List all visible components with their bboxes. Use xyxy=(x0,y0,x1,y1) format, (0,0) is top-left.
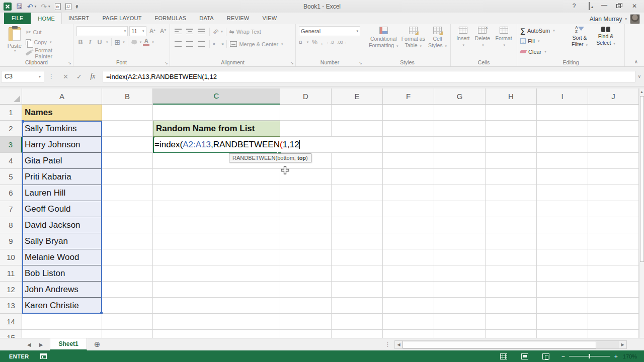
restore-button[interactable] xyxy=(613,2,626,11)
shrink-font-button[interactable]: A▾ xyxy=(158,28,168,35)
clipboard-dialog-launcher-icon[interactable]: ↘ xyxy=(67,60,71,65)
format-painter-button[interactable]: Format Painter xyxy=(26,48,71,58)
row-header-12[interactable]: 12 xyxy=(0,282,22,298)
row-header-7[interactable]: 7 xyxy=(0,201,22,217)
cell-a5[interactable]: Priti Kabaria xyxy=(22,169,102,185)
scroll-right-icon[interactable]: ▶ xyxy=(619,341,626,348)
cancel-formula-button[interactable]: ✕ xyxy=(59,73,72,80)
bold-button[interactable]: B xyxy=(76,39,85,46)
increase-decimal-icon[interactable]: ←.0 xyxy=(326,40,334,45)
row-header-4[interactable]: 4 xyxy=(0,153,22,169)
zoom-percentage[interactable]: 170% xyxy=(623,353,637,359)
grow-font-button[interactable]: A▴ xyxy=(148,28,157,35)
horizontal-scroll-thumb[interactable] xyxy=(403,341,596,348)
avatar[interactable] xyxy=(630,14,640,24)
sheet-tab-sheet1[interactable]: Sheet1 xyxy=(50,338,87,350)
delete-cells-button[interactable]: Delete▾ xyxy=(475,27,490,58)
next-sheet-icon[interactable]: ▶ xyxy=(35,342,47,347)
font-size-combo[interactable]: 11▾ xyxy=(129,26,146,36)
zoom-in-icon[interactable]: + xyxy=(614,353,618,360)
vertical-scrollbar[interactable]: ▲ xyxy=(639,88,644,338)
row-header-3[interactable]: 3 xyxy=(0,137,22,153)
orientation-icon[interactable]: ab xyxy=(212,28,220,36)
align-center-icon[interactable] xyxy=(186,41,193,47)
tab-home[interactable]: HOME xyxy=(31,13,62,24)
font-name-dropdown-icon[interactable]: ▾ xyxy=(124,29,126,33)
page-layout-view-icon[interactable] xyxy=(521,353,528,359)
fill-button[interactable]: ↓Fill▾ xyxy=(520,36,567,46)
conditional-formatting-button[interactable]: ConditionalFormatting ▾ xyxy=(369,27,398,58)
close-button[interactable]: ✕ xyxy=(628,2,641,11)
cell-c3-formula-edit[interactable]: =index(A2:A13,RANDBETWEEN(1,12 xyxy=(154,137,352,152)
row-header-15[interactable]: 15 xyxy=(0,330,22,338)
new-sheet-icon[interactable]: ⊕ xyxy=(94,340,101,349)
row-header-10[interactable]: 10 xyxy=(0,249,22,265)
previous-sheet-icon[interactable]: ◀ xyxy=(23,342,35,347)
font-size-dropdown-icon[interactable]: ▾ xyxy=(142,29,144,33)
align-left-icon[interactable] xyxy=(175,41,182,47)
align-middle-icon[interactable] xyxy=(186,29,193,34)
sort-filter-button[interactable]: AZ Sort &Filter ▾ xyxy=(567,26,593,58)
number-dialog-launcher-icon[interactable]: ↘ xyxy=(358,60,362,65)
row-header-8[interactable]: 8 xyxy=(0,217,22,233)
cells-area[interactable]: Names Sally Tomkins Harry Johnson Gita P… xyxy=(22,105,639,338)
row-header-1[interactable]: 1 xyxy=(0,105,22,121)
tab-split-handle[interactable]: ⋮ xyxy=(385,341,394,348)
column-header-a[interactable]: A xyxy=(22,88,102,105)
name-box[interactable]: C3 ▾ xyxy=(1,71,44,82)
macro-record-icon[interactable] xyxy=(40,353,47,359)
vertical-scroll-thumb[interactable] xyxy=(640,96,644,262)
column-header-f[interactable]: F xyxy=(383,88,434,105)
zoom-out-icon[interactable]: − xyxy=(561,353,565,360)
number-format-combo[interactable]: General▾ xyxy=(299,26,360,36)
align-right-icon[interactable] xyxy=(198,41,205,47)
tab-page-layout[interactable]: PAGE LAYOUT xyxy=(96,13,148,24)
fill-color-icon[interactable] xyxy=(131,40,137,45)
align-bottom-icon[interactable] xyxy=(198,29,205,34)
horizontal-scrollbar[interactable]: ◀ ▶ xyxy=(394,340,627,349)
borders-icon[interactable]: ⊞ xyxy=(115,38,121,46)
paste-button[interactable]: Paste ▾ xyxy=(3,26,26,58)
underline-button[interactable]: U xyxy=(96,39,104,46)
format-cells-button[interactable]: Format▾ xyxy=(496,27,512,58)
font-dialog-launcher-icon[interactable]: ↘ xyxy=(164,60,168,65)
cell-a9[interactable]: Sally Bryan xyxy=(22,233,102,249)
row-header-6[interactable]: 6 xyxy=(0,185,22,201)
clear-button[interactable]: Clear▾ xyxy=(520,47,567,56)
column-header-j[interactable]: J xyxy=(588,88,639,105)
insert-cells-button[interactable]: Insert▾ xyxy=(456,27,469,58)
row-header-2[interactable]: 2 xyxy=(0,121,22,137)
copy-button[interactable]: Copy▾ xyxy=(26,38,71,47)
insert-function-button[interactable]: fx xyxy=(86,72,100,80)
minimize-button[interactable]: — xyxy=(598,2,611,11)
decrease-indent-icon[interactable]: ⇤ xyxy=(213,41,217,47)
cut-button[interactable]: ✂Cut xyxy=(26,28,71,37)
ribbon-display-options-icon[interactable] xyxy=(589,2,590,10)
help-button[interactable]: ? xyxy=(568,2,581,11)
format-as-table-button[interactable]: Format asTable ▾ xyxy=(401,27,425,58)
orientation-dropdown-icon[interactable]: ▾ xyxy=(221,30,223,34)
row-header-9[interactable]: 9 xyxy=(0,233,22,249)
find-select-button[interactable]: Find &Select ▾ xyxy=(593,26,619,58)
font-color-button[interactable]: A xyxy=(143,39,149,46)
increase-indent-icon[interactable]: ⇥ xyxy=(219,41,223,47)
cell-a7[interactable]: Geoff Gould xyxy=(22,201,102,217)
cell-a10[interactable]: Melanie Wood xyxy=(22,249,102,265)
column-header-g[interactable]: G xyxy=(434,88,486,105)
cell-a8[interactable]: David Jackson xyxy=(22,217,102,233)
scroll-up-icon[interactable]: ▲ xyxy=(639,88,644,96)
wrap-text-button[interactable]: ⇋Wrap Text xyxy=(229,26,261,37)
column-header-d[interactable]: D xyxy=(280,88,332,105)
font-color-dropdown-icon[interactable]: ▾ xyxy=(152,40,154,44)
row-header-11[interactable]: 11 xyxy=(0,265,22,282)
row-header-14[interactable]: 14 xyxy=(0,314,22,330)
user-dropdown-icon[interactable]: ▾ xyxy=(625,17,627,21)
expand-formula-bar-icon[interactable]: ∨ xyxy=(636,74,644,79)
italic-button[interactable]: I xyxy=(86,39,94,46)
scroll-left-icon[interactable]: ◀ xyxy=(395,341,403,348)
tab-review[interactable]: REVIEW xyxy=(220,13,256,24)
cell-a3[interactable]: Harry Johnson xyxy=(22,137,102,153)
cell-a4[interactable]: Gita Patel xyxy=(22,153,102,169)
column-header-c[interactable]: C xyxy=(153,88,280,105)
page-break-view-icon[interactable] xyxy=(542,353,549,359)
